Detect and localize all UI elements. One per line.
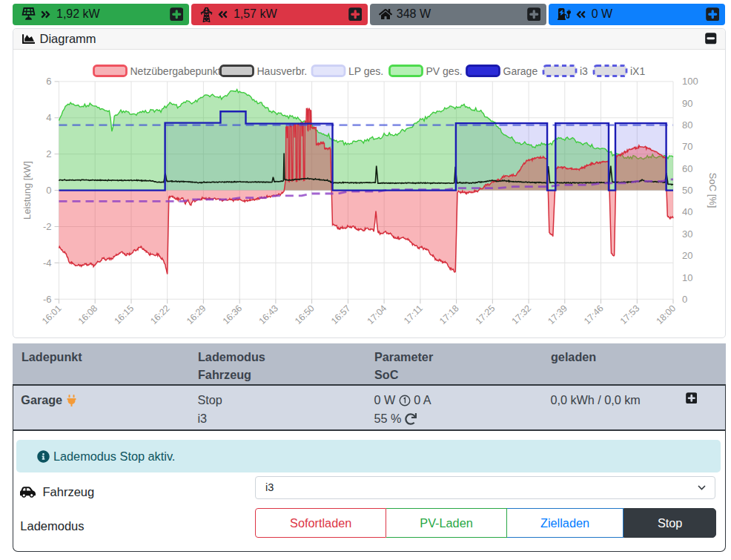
svg-text:60: 60	[682, 162, 692, 174]
svg-text:30: 30	[682, 228, 692, 239]
svg-text:17:04: 17:04	[365, 303, 388, 326]
svg-text:16:36: 16:36	[220, 303, 244, 326]
svg-text:16:29: 16:29	[184, 303, 208, 326]
svg-text:Garage: Garage	[503, 65, 538, 77]
svg-text:0: 0	[46, 185, 51, 196]
svg-text:17:46: 17:46	[581, 303, 605, 326]
svg-text:-4: -4	[42, 257, 51, 268]
svg-text:i3: i3	[580, 65, 588, 77]
svg-text:50: 50	[682, 185, 692, 196]
svg-text:80: 80	[682, 119, 692, 131]
svg-text:17:53: 17:53	[618, 303, 641, 326]
svg-text:4: 4	[46, 112, 51, 123]
svg-text:16:22: 16:22	[148, 303, 172, 326]
svg-text:iX1: iX1	[630, 65, 645, 77]
svg-text:Leistung [kW]: Leistung [kW]	[22, 161, 33, 220]
svg-text:-6: -6	[42, 293, 51, 304]
svg-text:PV ges.: PV ges.	[426, 65, 462, 77]
svg-text:40: 40	[682, 206, 692, 217]
svg-text:100: 100	[682, 76, 698, 87]
svg-text:Hausverbr.: Hausverbr.	[257, 65, 307, 77]
svg-text:-2: -2	[42, 221, 51, 232]
svg-text:20: 20	[682, 250, 692, 261]
svg-text:SoC [%]: SoC [%]	[707, 172, 718, 208]
svg-text:16:50: 16:50	[293, 303, 317, 326]
svg-text:17:25: 17:25	[473, 303, 497, 326]
svg-text:Netzübergabepunkt: Netzübergabepunkt	[130, 65, 220, 77]
svg-text:17:39: 17:39	[546, 303, 569, 326]
svg-text:16:08: 16:08	[76, 303, 99, 326]
svg-text:17:11: 17:11	[402, 303, 425, 326]
svg-text:18:00: 18:00	[654, 303, 678, 326]
svg-text:16:43: 16:43	[257, 303, 280, 326]
svg-text:17:18: 17:18	[437, 303, 461, 326]
svg-text:16:01: 16:01	[39, 303, 63, 326]
svg-text:90: 90	[682, 97, 692, 108]
svg-text:LP ges.: LP ges.	[348, 65, 383, 77]
svg-text:0: 0	[682, 293, 687, 304]
svg-text:16:15: 16:15	[112, 303, 136, 326]
svg-text:6: 6	[46, 76, 51, 87]
svg-text:16:57: 16:57	[328, 303, 352, 326]
svg-text:10: 10	[682, 271, 692, 283]
svg-text:2: 2	[46, 148, 51, 159]
svg-text:17:32: 17:32	[509, 303, 533, 326]
svg-text:70: 70	[682, 141, 692, 152]
